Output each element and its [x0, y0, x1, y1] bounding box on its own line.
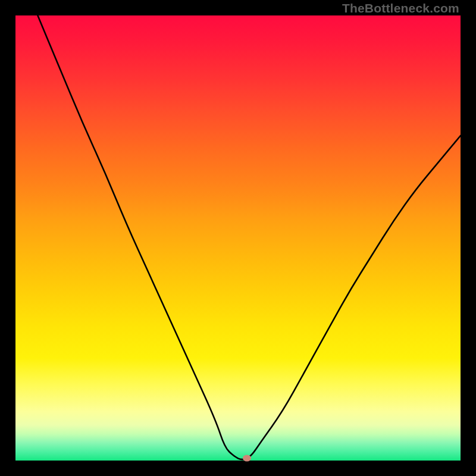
- bottleneck-curve: [15, 15, 461, 461]
- optimal-point-marker: [243, 455, 251, 462]
- chart-frame: TheBottleneck.com: [0, 0, 476, 476]
- plot-area: [15, 15, 461, 461]
- attribution-label: TheBottleneck.com: [342, 1, 459, 15]
